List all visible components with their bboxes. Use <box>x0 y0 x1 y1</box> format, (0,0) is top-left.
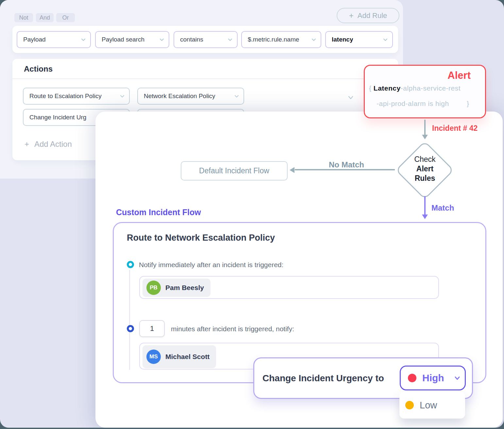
notify-immediately-label: Notify immediately after an incident is … <box>139 261 283 269</box>
alert-metric-name: Latency <box>374 84 401 92</box>
user-name: Michael Scott <box>165 353 216 361</box>
decision-line-3: Rules <box>397 174 452 183</box>
chevron-down-icon <box>159 37 165 43</box>
change-urgency-label: Change Incident Urgency to <box>262 373 384 384</box>
action-urgency-value: Change Incident Urg <box>29 114 86 121</box>
route-policy-title: Route to Network Escalation Policy <box>127 233 275 243</box>
actions-title: Actions <box>24 64 53 74</box>
urgency-option-low[interactable]: Low <box>399 392 465 419</box>
logic-and-button[interactable]: And <box>36 13 54 22</box>
notify-user-field[interactable]: PB Pam Beesly <box>139 276 439 299</box>
screenshot-canvas: Not And Or + Add Rule Payload Payload se… <box>0 0 504 429</box>
action-policy-dropdown[interactable]: Network Escalation Policy <box>137 88 244 105</box>
brace-close: } <box>467 100 469 107</box>
custom-incident-flow-heading: Custom Incident Flow <box>116 208 201 217</box>
notify-delayed-radio[interactable] <box>127 325 134 332</box>
rule-operator-value: contains <box>180 36 203 43</box>
match-label: Match <box>431 203 454 213</box>
urgency-low-label: Low <box>420 400 437 411</box>
rule-search-dropdown[interactable]: Payload search <box>95 31 169 48</box>
logic-or-label: Or <box>62 14 69 21</box>
action-type-value: Route to Escalation Policy <box>29 93 102 100</box>
brace-open: { <box>369 84 372 92</box>
logic-not-label: Not <box>19 14 28 21</box>
app-background: Not And Or + Add Rule Payload Payload se… <box>0 0 504 428</box>
default-incident-flow-label: Default Incident Flow <box>199 166 269 175</box>
alert-card: Alert { Latency-alpha-service-rest -api-… <box>364 65 486 118</box>
step-connector-line <box>129 270 130 370</box>
user-name: Pam Beesly <box>165 284 210 292</box>
notify-immediately-radio[interactable] <box>127 261 134 268</box>
alert-payload-line-2: -api-prod-alarm is high } <box>377 100 469 108</box>
rule-field-value: Payload <box>23 36 46 43</box>
decision-diamond-text: Check Alert Rules <box>397 155 452 183</box>
alert-arrow-line <box>424 120 426 135</box>
notify-delayed-label: minutes after incident is triggered, not… <box>171 325 294 333</box>
arrow-left-icon <box>290 167 294 173</box>
add-action-label: Add Action <box>34 140 72 149</box>
urgency-selected-value: High <box>422 372 444 384</box>
chevron-down-icon <box>311 37 317 43</box>
default-incident-flow-node: Default Incident Flow <box>181 161 288 180</box>
rule-path-dropdown[interactable]: $.metric.rule.name <box>241 31 321 48</box>
minutes-value: 1 <box>150 324 154 333</box>
chevron-down-icon[interactable] <box>347 94 354 101</box>
chevron-down-icon <box>234 93 240 99</box>
avatar: MS <box>146 350 161 364</box>
user-chip[interactable]: PB Pam Beesly <box>143 279 210 297</box>
chevron-down-icon <box>453 374 461 382</box>
add-action-button[interactable]: + Add Action <box>25 140 72 149</box>
rule-value-value: latency <box>332 36 353 43</box>
add-rule-button[interactable]: + Add Rule <box>337 8 399 23</box>
decision-line-2: Alert <box>397 164 452 174</box>
minutes-input[interactable]: 1 <box>139 320 165 337</box>
rule-search-value: Payload search <box>102 36 144 43</box>
chevron-down-icon <box>80 37 86 43</box>
rule-value-dropdown[interactable]: latency <box>325 31 393 48</box>
high-urgency-dot-icon <box>408 374 416 382</box>
low-urgency-dot-icon <box>405 401 414 409</box>
rule-operator-dropdown[interactable]: contains <box>174 31 238 48</box>
divider <box>12 78 398 79</box>
urgency-select[interactable]: High <box>400 366 466 390</box>
decision-line-1: Check <box>397 155 452 164</box>
logic-and-label: And <box>40 14 50 21</box>
action-type-dropdown[interactable]: Route to Escalation Policy <box>23 88 130 105</box>
plus-icon: + <box>25 140 29 149</box>
match-arrow-line <box>424 196 426 214</box>
alert-line1-rest: -alpha-service-rest <box>401 84 461 92</box>
incident-number-label: Incident # 42 <box>432 124 478 133</box>
arrow-down-icon <box>422 135 428 139</box>
rule-path-value: $.metric.rule.name <box>248 36 299 43</box>
rule-condition-bar: Payload Payload search contains $.metric… <box>12 26 398 53</box>
add-rule-label: Add Rule <box>358 11 387 20</box>
alert-line2: -api-prod-alarm is high <box>377 100 449 107</box>
rule-field-dropdown[interactable]: Payload <box>17 31 91 48</box>
alert-payload-line-1: { Latency-alpha-service-rest <box>369 84 461 92</box>
chevron-down-icon <box>119 93 125 99</box>
chevron-down-icon <box>227 37 233 43</box>
logic-not-button[interactable]: Not <box>14 13 33 22</box>
arrow-down-icon <box>422 214 428 219</box>
user-chip[interactable]: MS Michael Scott <box>143 345 216 368</box>
action-policy-value: Network Escalation Policy <box>144 93 215 100</box>
alert-title: Alert <box>447 70 471 81</box>
plus-icon: + <box>349 12 354 20</box>
chevron-down-icon <box>382 37 388 43</box>
no-match-label: No Match <box>307 160 386 169</box>
logic-or-button[interactable]: Or <box>56 13 75 22</box>
avatar: PB <box>146 281 161 295</box>
no-match-arrow-line <box>295 169 395 170</box>
